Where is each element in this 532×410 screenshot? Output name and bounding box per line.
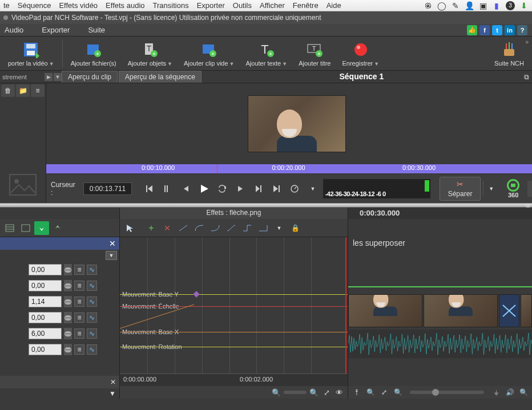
add-keyframe-icon[interactable]: +	[144, 221, 159, 235]
playhead-icon[interactable]	[217, 164, 217, 173]
menu-item[interactable]: te	[3, 1, 10, 10]
timeline-body[interactable]: les superposer	[348, 219, 532, 386]
badge-icon[interactable]: 3	[506, 1, 515, 10]
close-icon[interactable]: ✕	[108, 239, 117, 248]
window-control-icon[interactable]	[3, 15, 8, 20]
bin-tab-label[interactable]: strement	[2, 74, 27, 80]
lock-icon[interactable]: 🔒	[288, 221, 303, 235]
camera-icon[interactable]: ▣	[478, 1, 487, 10]
audio-track[interactable]	[348, 330, 532, 358]
delete-keyframe-icon[interactable]: ✕	[160, 221, 175, 235]
export-video-button[interactable]: porter la vidéo▼	[2, 39, 60, 68]
tab-audio[interactable]: Audio	[5, 26, 23, 34]
menu-item[interactable]: Effets audio	[106, 1, 144, 10]
video-preview[interactable]	[46, 83, 532, 164]
keyframe-list-icon[interactable]: ≡	[74, 281, 84, 291]
zoom-icon[interactable]: 🔍	[518, 387, 529, 397]
film-icon[interactable]	[18, 221, 33, 235]
keyframe-line[interactable]	[120, 347, 348, 347]
panel-splitter[interactable]: ⧉	[0, 203, 532, 208]
menu-item[interactable]: Fenêtre	[293, 1, 319, 10]
timeline-zoom-slider[interactable]	[410, 391, 484, 394]
zoom-out-icon[interactable]: 🔍	[365, 387, 376, 397]
loop-icon[interactable]	[214, 181, 230, 197]
volume-icon[interactable]: 🔊	[505, 387, 515, 397]
new-folder-icon[interactable]: 📁	[16, 84, 30, 97]
menu-item[interactable]: Outils	[233, 1, 252, 10]
tray-icon[interactable]: 👤	[465, 1, 474, 10]
add-files-button[interactable]: + Ajouter fichier(s)	[65, 39, 122, 68]
keyframe-line[interactable]	[120, 332, 348, 332]
prev-frame-icon[interactable]	[160, 181, 176, 197]
tray-icon[interactable]: ▮	[492, 1, 501, 10]
menu-item[interactable]: Afficher	[260, 1, 285, 10]
record-button[interactable]: Enregistrer▼	[336, 39, 385, 68]
overlay-track-bar[interactable]	[348, 286, 532, 287]
dropdown-icon[interactable]: ▼	[272, 221, 287, 235]
suite-button[interactable]: Suite NCH	[489, 39, 530, 68]
tray-icon[interactable]: ֎	[424, 1, 433, 10]
spinner[interactable]	[64, 328, 72, 339]
snap-icon[interactable]: ⭱	[352, 387, 362, 397]
step-fwd-icon[interactable]	[232, 181, 248, 197]
chevron-down-icon[interactable]: ▼	[109, 389, 116, 397]
keyframe-list-icon[interactable]: ≡	[74, 328, 84, 339]
dropdown-icon[interactable]: ▼	[305, 181, 321, 197]
video-clip[interactable]	[424, 294, 498, 327]
add-title-button[interactable]: T+ Ajouter titre	[293, 39, 336, 68]
tray-icon[interactable]: ◯	[437, 1, 446, 10]
popout-icon[interactable]: ⧉	[521, 71, 532, 83]
video-track[interactable]	[348, 294, 532, 327]
menu-item[interactable]: Exporter	[197, 1, 225, 10]
help-icon[interactable]: ?	[517, 25, 527, 35]
menu-item[interactable]: Aide	[327, 1, 341, 10]
split-button[interactable]: ✂ Séparer	[440, 177, 481, 201]
cursor-tool-icon[interactable]	[122, 221, 137, 235]
ease-out-icon[interactable]	[208, 221, 223, 235]
ease-in-icon[interactable]	[192, 221, 207, 235]
eye-icon[interactable]: 👁	[334, 387, 344, 397]
tab-sequence-preview[interactable]: Aperçu de la séquence	[119, 71, 201, 83]
keyframe-list-icon[interactable]: ≡	[74, 344, 84, 355]
tab-export[interactable]: Exporter	[42, 26, 70, 34]
download-icon[interactable]: ⬇	[519, 1, 529, 10]
spinner[interactable]	[64, 344, 72, 355]
arrow-down-icon[interactable]: ▼	[54, 73, 62, 81]
crossfade-transition[interactable]	[499, 294, 519, 327]
ease-linear-icon[interactable]	[176, 221, 191, 235]
tab-suite[interactable]: Suite	[88, 26, 105, 34]
ease-both-icon[interactable]	[224, 221, 239, 235]
zoom-out-icon[interactable]: 🔍	[271, 387, 281, 397]
mini-timeline[interactable]: 0:00:10.000 0:00:20.000 0:00:30.000	[46, 164, 532, 173]
tab-clip-preview[interactable]: Aperçu du clip	[62, 71, 118, 83]
spinner[interactable]	[64, 280, 72, 291]
keyframe-playhead[interactable]	[345, 237, 346, 374]
upload-effect-icon[interactable]	[50, 221, 65, 235]
video-clip[interactable]	[521, 294, 532, 327]
close-icon[interactable]: ✕	[110, 378, 116, 386]
curve-icon[interactable]: ∿	[87, 265, 97, 275]
linkedin-icon[interactable]: in	[505, 25, 515, 35]
zoom-in-icon[interactable]: 🔍	[309, 387, 319, 397]
param-value-input[interactable]: 0,00	[29, 264, 62, 275]
curve-icon[interactable]: ∿	[87, 312, 97, 323]
expand-icon[interactable]: »	[527, 181, 532, 197]
twitter-icon[interactable]: t	[492, 25, 502, 35]
keyframe-list-icon[interactable]: ≡	[74, 312, 84, 323]
timecode-display[interactable]: 0:00:13.711	[83, 182, 132, 195]
spinner[interactable]	[64, 312, 72, 323]
trash-icon[interactable]: 🗑	[1, 84, 15, 97]
keyframe-list-icon[interactable]: ≡	[74, 265, 84, 275]
spinner[interactable]	[64, 296, 72, 307]
magnet-icon[interactable]: ⏚	[491, 387, 501, 397]
dropdown-icon[interactable]: ▼	[483, 181, 499, 197]
menu-item[interactable]: Transitions	[153, 1, 189, 10]
go-end-icon[interactable]	[269, 181, 285, 197]
spinner[interactable]	[64, 264, 72, 275]
step-back-icon[interactable]	[178, 181, 194, 197]
zoom-slider[interactable]	[284, 391, 307, 394]
film-icon[interactable]	[2, 221, 17, 235]
zoom-in-icon[interactable]: 🔍	[393, 387, 403, 397]
arrow-right-icon[interactable]: ▶	[45, 73, 53, 81]
param-value-input[interactable]: 0,00	[29, 312, 62, 323]
